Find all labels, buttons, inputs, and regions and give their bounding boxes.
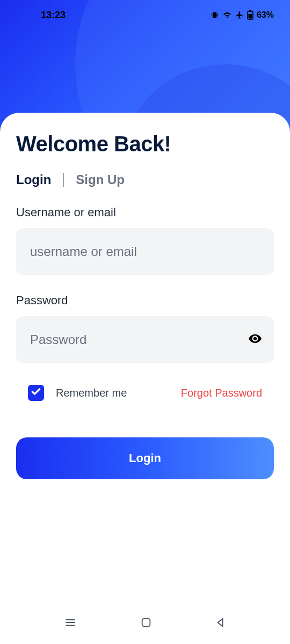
remember-label: Remember me: [56, 387, 127, 399]
tab-login[interactable]: Login: [16, 172, 51, 187]
status-time: 13:23: [41, 10, 66, 21]
page-title: Welcome Back!: [16, 132, 274, 156]
tab-signup[interactable]: Sign Up: [76, 172, 125, 187]
menu-icon: [63, 622, 77, 631]
username-label: Username or email: [16, 206, 274, 219]
login-button[interactable]: Login: [16, 437, 274, 479]
svg-rect-1: [212, 13, 212, 16]
remember-me-toggle[interactable]: Remember me: [28, 385, 127, 401]
nav-home-button[interactable]: [140, 617, 152, 631]
svg-rect-4: [249, 10, 251, 11]
username-input-box: [16, 228, 274, 275]
login-card: Welcome Back! Login Sign Up Username or …: [0, 113, 290, 644]
nav-recent-button[interactable]: [63, 616, 77, 632]
forgot-password-link[interactable]: Forgot Password: [181, 387, 262, 399]
options-row: Remember me Forgot Password: [16, 385, 274, 401]
eye-icon: [248, 338, 262, 347]
remember-checkbox: [28, 385, 44, 401]
battery-percent: 63%: [257, 10, 274, 20]
airplane-icon: [235, 11, 244, 19]
password-label: Password: [16, 294, 274, 308]
password-input[interactable]: [30, 332, 260, 347]
svg-rect-2: [218, 13, 218, 16]
status-bar: 13:23 63%: [0, 0, 290, 30]
check-icon: [31, 386, 41, 399]
wifi-icon: [222, 11, 232, 19]
square-icon: [140, 621, 152, 630]
auth-tabs: Login Sign Up: [16, 172, 274, 187]
password-input-box: [16, 316, 274, 363]
nav-back-button[interactable]: [215, 617, 227, 631]
username-input[interactable]: [30, 244, 260, 259]
vibrate-icon: [211, 11, 219, 19]
system-nav-bar: [0, 608, 290, 640]
toggle-password-visibility[interactable]: [248, 332, 262, 348]
svg-rect-5: [248, 14, 252, 19]
svg-rect-9: [142, 619, 150, 627]
back-triangle-icon: [215, 621, 227, 630]
battery-icon: [247, 10, 253, 20]
tab-divider: [63, 173, 64, 187]
status-right: 63%: [211, 10, 274, 20]
svg-rect-0: [213, 12, 217, 18]
